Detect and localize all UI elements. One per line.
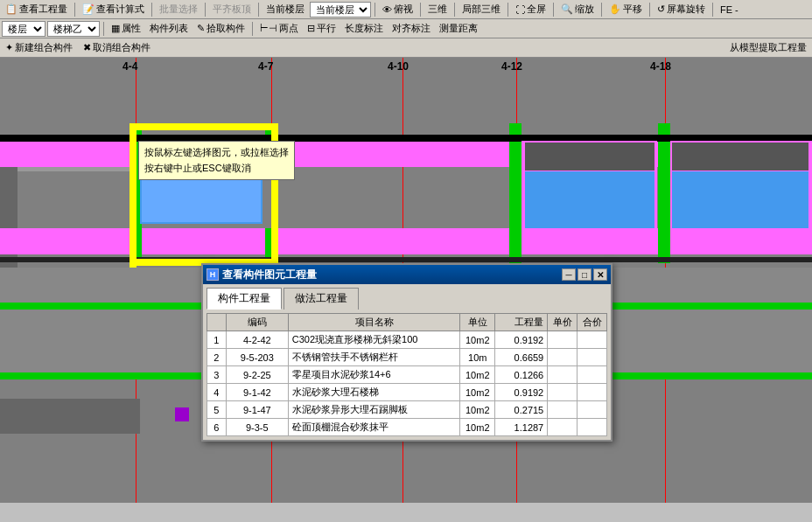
th-qty: 工程量 <box>495 314 548 331</box>
cell-name: 砼面顶棚混合砂浆抹平 <box>288 419 460 436</box>
cell-name: 零星项目水泥砂浆14+6 <box>288 366 460 384</box>
cell-unit: 10m2 <box>460 401 495 419</box>
dialog-title: 查看构件图元工程量 <box>222 268 317 282</box>
cell-code: 9-1-42 <box>226 384 288 401</box>
cell-price <box>548 384 578 401</box>
pick-icon: ✎ <box>197 23 205 34</box>
cell-num: 6 <box>207 419 227 436</box>
tooltip: 按鼠标左键选择图元，或拉框选择 按右键中止或ESC键取消 <box>138 141 295 180</box>
cell-code: 9-2-25 <box>226 366 288 384</box>
cell-name: 水泥砂浆大理石楼梯 <box>288 384 460 401</box>
dialog-body: 构件工程量 做法工程量 编码 项目名称 单位 工程量 单价 合价 <box>203 284 611 440</box>
sep12 <box>712 3 713 17</box>
close-btn[interactable]: ✕ <box>593 268 607 281</box>
highlight-left <box>130 123 136 268</box>
parallel-btn[interactable]: ⊟ 平行 <box>304 20 340 38</box>
fe-label: FE - <box>720 4 738 15</box>
cell-total <box>578 349 607 366</box>
stair-dark-far-right <box>672 143 808 171</box>
tab-bar: 构件工程量 做法工程量 <box>206 288 607 310</box>
block-bl <box>0 399 140 434</box>
table-row: 1 4-2-42 C302现浇直形楼梯无斜梁100 10m2 0.9192 <box>207 331 607 349</box>
cell-unit: 10m2 <box>460 331 495 349</box>
level-dropdown[interactable]: 楼梯乙 <box>47 21 100 37</box>
dialog-window: H 查看构件图元工程量 ─ □ ✕ 构件工程量 做法工程量 编码 项目名称 单位 <box>201 263 612 442</box>
pan-btn[interactable]: ✋ 平移 <box>606 1 646 18</box>
dialog-titlebar: H 查看构件图元工程量 ─ □ ✕ <box>203 265 611 284</box>
tab-component[interactable]: 构件工程量 <box>206 288 282 310</box>
overview-btn[interactable]: 👁 俯视 <box>379 1 416 18</box>
grid-label-47: 4-7 <box>258 60 273 73</box>
new-combine-btn[interactable]: ✦ 新建组合构件 <box>2 39 76 57</box>
cell-qty: 0.2715 <box>495 401 548 419</box>
sep3 <box>205 3 206 17</box>
zoom-icon: 🔍 <box>561 3 573 15</box>
marker-purple-2 <box>175 407 189 421</box>
minimize-btn[interactable]: ─ <box>562 268 576 281</box>
cell-price <box>548 331 578 349</box>
cell-qty: 0.9192 <box>495 384 548 401</box>
sep10 <box>601 3 602 17</box>
cell-code: 4-2-42 <box>226 331 288 349</box>
line-bottom-black <box>0 257 812 262</box>
measure-btn[interactable]: 测量距离 <box>436 20 481 38</box>
cell-unit: 10m <box>460 349 495 366</box>
toolbar-second: 楼层 楼梯乙 ▦ 属性 构件列表 ✎ 拾取构件 ⊢⊣ 两点 ⊟ 平行 长度标注 … <box>0 19 812 38</box>
sep-s1 <box>103 22 104 36</box>
grid-label-410: 4-10 <box>388 60 409 73</box>
cell-num: 2 <box>207 349 227 366</box>
cell-unit: 10m2 <box>460 384 495 401</box>
length-mark-btn[interactable]: 长度标注 <box>341 20 387 38</box>
cell-num: 5 <box>207 401 227 419</box>
view-engineering-btn[interactable]: 📋 查看工程量 <box>2 1 71 18</box>
level-type-dropdown[interactable]: 楼层 <box>2 21 46 37</box>
batch-select-btn[interactable]: 批量选择 <box>156 1 201 18</box>
two-points-btn[interactable]: ⊢⊣ 两点 <box>256 20 302 38</box>
fullscreen-icon: ⛶ <box>515 4 525 15</box>
layer-dropdown[interactable]: 当前楼层 <box>310 2 371 17</box>
sep6 <box>420 3 421 17</box>
cell-price <box>548 366 578 384</box>
cell-name: 水泥砂浆异形大理石踢脚板 <box>288 401 460 419</box>
cell-total <box>578 401 607 419</box>
sep11 <box>649 3 650 17</box>
cell-unit: 10m2 <box>460 419 495 436</box>
sep2 <box>151 3 152 17</box>
table-row: 6 9-3-5 砼面顶棚混合砂浆抹平 10m2 1.1287 <box>207 419 607 436</box>
pan-icon: ✋ <box>609 3 621 15</box>
cell-num: 3 <box>207 366 227 384</box>
cell-code: 9-1-47 <box>226 401 288 419</box>
highlight-top <box>130 123 278 130</box>
cell-qty: 0.6659 <box>495 349 548 366</box>
3d-btn[interactable]: 三维 <box>424 1 451 18</box>
maximize-btn[interactable]: □ <box>578 268 592 281</box>
grid-label-418: 4-18 <box>650 60 671 73</box>
fullscreen-btn[interactable]: ⛶ 全屏 <box>512 1 550 18</box>
engineering-table: 编码 项目名称 单位 工程量 单价 合价 1 4-2-42 C302现浇直形楼梯… <box>206 313 607 436</box>
cell-price <box>548 419 578 436</box>
tab-method[interactable]: 做法工程量 <box>284 288 359 310</box>
sep9 <box>553 3 554 17</box>
local-3d-btn[interactable]: 局部三维 <box>458 1 504 18</box>
property-btn[interactable]: ▦ 属性 <box>108 20 144 38</box>
sep1 <box>74 3 75 17</box>
rotate-icon: ↺ <box>657 3 665 15</box>
stair-dark-right <box>525 143 654 171</box>
zoom-btn[interactable]: 🔍 缩放 <box>557 1 598 18</box>
table-row: 5 9-1-47 水泥砂浆异形大理石踢脚板 10m2 0.2715 <box>207 401 607 419</box>
property-icon: ▦ <box>111 23 120 34</box>
sep5 <box>374 3 375 17</box>
cancel-combine-btn[interactable]: ✖ 取消组合构件 <box>80 39 154 57</box>
align-mark-btn[interactable]: 对齐标注 <box>388 20 434 38</box>
pick-btn[interactable]: ✎ 拾取构件 <box>193 20 248 38</box>
extract-engineering[interactable]: 从模型提取工程量 <box>730 41 807 54</box>
view-formula-btn[interactable]: 📝 查看计算式 <box>79 1 148 18</box>
component-list-btn[interactable]: 构件列表 <box>146 20 192 38</box>
cell-price <box>548 401 578 419</box>
flat-top-btn[interactable]: 平齐板顶 <box>209 1 255 18</box>
rotate-btn[interactable]: ↺ 屏幕旋转 <box>654 1 709 18</box>
current-layer-btn[interactable]: 当前楼层 <box>262 1 308 18</box>
tooltip-line2: 按右键中止或ESC键取消 <box>144 161 289 177</box>
wall-vert-418 <box>658 123 670 263</box>
cell-total <box>578 384 607 401</box>
